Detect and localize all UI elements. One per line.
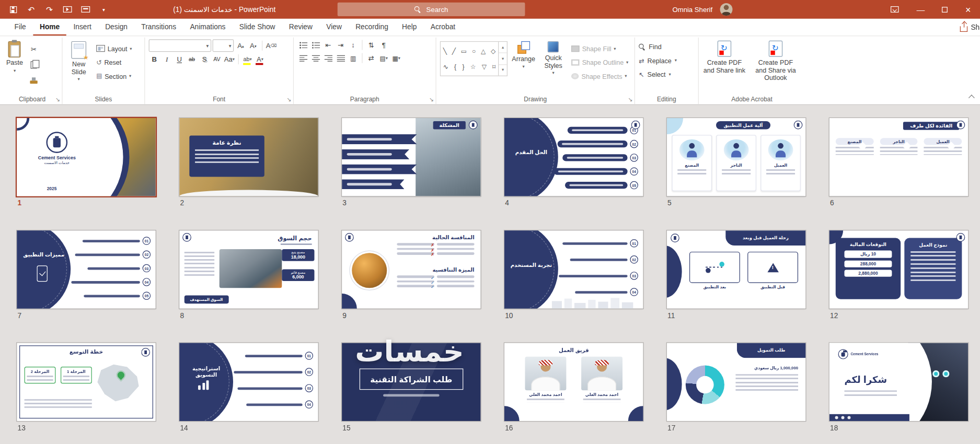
create-pdf-share-link-button[interactable]: Create PDF and Share link — [702, 41, 746, 94]
close-button[interactable]: × — [956, 0, 980, 19]
convert-to-smartart-button[interactable]: ▦▾ — [390, 52, 402, 64]
step-badge: 02 — [630, 140, 638, 148]
shapes-gallery-scroll[interactable]: ▴▾▾ — [498, 42, 507, 76]
layout-button[interactable]: Layout ▾ — [96, 43, 132, 54]
justify-button[interactable] — [335, 52, 347, 64]
underline-button[interactable]: U — [174, 54, 185, 65]
paragraph-mark-button[interactable]: ¶ — [378, 39, 389, 51]
columns-button[interactable]: ▥ — [348, 52, 359, 64]
numbering-button[interactable] — [310, 39, 321, 51]
slide-11-thumbnail[interactable]: رحلة العميل قبل وبعد قبل التطبيق بعد الت… — [667, 230, 805, 308]
tab-transitions[interactable]: Transitions — [134, 19, 183, 36]
share-button[interactable]: Share — [960, 19, 980, 36]
font-family-select[interactable]: ▾ — [149, 39, 212, 52]
text-direction-button[interactable]: ⇅ — [366, 39, 377, 51]
slide-7-thumbnail[interactable]: مميزات التطبيق 01 02 03 04 05 — [17, 230, 155, 308]
tab-acrobat[interactable]: Acrobat — [424, 19, 463, 36]
tab-insert[interactable]: Insert — [66, 19, 98, 36]
save-icon[interactable] — [9, 4, 18, 14]
slide-18-thumbnail[interactable]: Cement Services شكرا لكم — [829, 343, 968, 420]
align-text-button[interactable]: ▤▾ — [378, 52, 389, 64]
change-case-button[interactable]: Aa▾ — [224, 54, 235, 65]
shape-fill-button[interactable]: Shape Fill ▾ — [571, 43, 628, 54]
highlight-color-button[interactable]: ab▾ — [242, 54, 253, 65]
slide-5-thumbnail[interactable]: آلية عمل التطبيق العميل التاجر المصنع — [667, 118, 805, 196]
slide-14-thumbnail[interactable]: استراتيجية التسويق 01 02 03 04 — [179, 343, 318, 420]
redo-icon[interactable]: ↷ — [45, 4, 54, 14]
slide-3-thumbnail[interactable]: المشكلة — [342, 118, 480, 196]
slide-2-thumbnail[interactable]: نظرة عامة — [179, 118, 318, 196]
slide-title: مميزات التطبيق — [19, 252, 68, 258]
tab-review[interactable]: Review — [282, 19, 319, 36]
tab-animations[interactable]: Animations — [183, 19, 232, 36]
avatar[interactable] — [720, 3, 733, 16]
customize-quick-access-icon[interactable]: ▾ — [99, 4, 108, 14]
shapes-gallery[interactable]: ╲╱▭○△◇ ∿{}☆▽⌑ ▴▾▾ — [440, 41, 508, 76]
reset-button[interactable]: ↺ Reset — [96, 57, 132, 67]
font-dialog-launcher[interactable]: ↘ — [286, 96, 291, 102]
tab-recording[interactable]: Recording — [349, 19, 395, 36]
slide-10-thumbnail[interactable]: تجربة المستخدم 01 02 03 04 — [504, 230, 643, 308]
increase-indent-button[interactable]: ⇥ — [335, 39, 347, 51]
shape-effects-button[interactable]: Shape Effects ▾ — [571, 71, 628, 81]
character-spacing-button[interactable]: AV — [211, 54, 223, 65]
tab-slide-show[interactable]: Slide Show — [233, 19, 282, 36]
slide-6-thumbnail[interactable]: الفائدة لكل طرف العميل التاجر المصنع — [829, 118, 968, 196]
align-right-button[interactable] — [322, 52, 334, 64]
new-slide-button[interactable]: New Slide ▾ — [66, 39, 91, 94]
search-input[interactable]: Search — [338, 3, 525, 16]
slide-13-thumbnail[interactable]: خطة التوسع المرحلة 1 المرحلة 2 — [17, 343, 155, 420]
italic-button[interactable]: I — [162, 54, 173, 65]
increase-font-size-button[interactable]: A▴ — [235, 40, 247, 52]
slide-12-thumbnail[interactable]: نموذج العمل التوقعات المالية 10 ريال 288… — [829, 230, 968, 308]
bold-button[interactable]: B — [149, 54, 160, 65]
bullets-button[interactable] — [297, 39, 309, 51]
minimize-button[interactable]: — — [909, 0, 932, 19]
find-button[interactable]: Find — [639, 41, 694, 53]
select-button[interactable]: ↖ Select ▾ — [639, 68, 694, 80]
slide-16-thumbnail[interactable]: فريق العمل احمد محمد العلي احمد محمد الع… — [504, 343, 643, 420]
font-color-button[interactable]: A▾ — [255, 54, 266, 65]
decrease-indent-button[interactable]: ⇤ — [322, 39, 334, 51]
screen-recording-icon[interactable] — [81, 4, 90, 14]
quick-styles-button[interactable]: Quick Styles ▾ — [539, 39, 567, 94]
slide-9-thumbnail[interactable]: المنافسة الحالية ✗ ✗ ✗ الميزة التنافسية … — [342, 230, 480, 308]
create-pdf-share-outlook-button[interactable]: Create PDF and Share via Outlook — [754, 41, 798, 94]
decrease-font-size-button[interactable]: A▾ — [248, 40, 259, 52]
slide-8-thumbnail[interactable]: حجم السوق مصنع يتبع 18,000 مصنع قائم 6,0… — [179, 230, 318, 308]
clipboard-dialog-launcher[interactable]: ↘ — [55, 96, 60, 102]
drawing-dialog-launcher[interactable]: ↘ — [628, 96, 632, 102]
format-painter-button[interactable] — [28, 75, 40, 86]
maximize-button[interactable] — [932, 0, 956, 19]
copy-button[interactable] — [28, 60, 40, 71]
undo-icon[interactable]: ↶ — [27, 4, 36, 14]
paragraph-dialog-launcher[interactable]: ↘ — [429, 96, 434, 102]
font-size-select[interactable]: ▾ — [213, 39, 234, 52]
slide-1-thumbnail[interactable]: Cement Services خدمات الاسمنت 2025 — [17, 118, 155, 196]
step-badge: 05 — [630, 181, 638, 190]
tab-home[interactable]: Home — [33, 19, 67, 36]
align-left-button[interactable] — [297, 52, 309, 64]
paste-button[interactable]: Paste ▾ — [6, 39, 23, 94]
tab-help[interactable]: Help — [395, 19, 424, 36]
strikethrough-button[interactable]: ab — [186, 54, 198, 65]
line-spacing-button[interactable]: ↕ — [348, 39, 359, 51]
text-direction-ltr-rtl-button[interactable]: ⇄ — [366, 52, 377, 64]
replace-button[interactable]: ⇄ Replace ▾ — [639, 54, 694, 67]
section-button[interactable]: ▤ Section ▾ — [96, 71, 132, 81]
tab-design[interactable]: Design — [98, 19, 134, 36]
collapse-ribbon-icon[interactable] — [969, 95, 975, 101]
user-name[interactable]: Omnia Sherif — [672, 0, 712, 19]
slide-17-thumbnail[interactable]: طلب التمويل 1,000,000 ريال سعودي — [667, 343, 805, 420]
tab-view[interactable]: View — [319, 19, 349, 36]
ribbon-display-options-button[interactable] — [885, 0, 904, 19]
start-slideshow-icon[interactable] — [63, 4, 72, 14]
slide-4-thumbnail[interactable]: الحل المقدم 01 02 03 04 05 — [504, 118, 643, 196]
text-shadow-button[interactable]: S — [199, 54, 210, 65]
arrange-button[interactable]: Arrange ▾ — [512, 39, 535, 94]
align-center-button[interactable] — [310, 52, 321, 64]
shape-outline-button[interactable]: Shape Outline ▾ — [571, 57, 628, 67]
tab-file[interactable]: File — [7, 19, 32, 36]
cut-button[interactable]: ✂ — [28, 44, 40, 55]
clear-formatting-button[interactable]: A⌫ — [266, 40, 277, 52]
